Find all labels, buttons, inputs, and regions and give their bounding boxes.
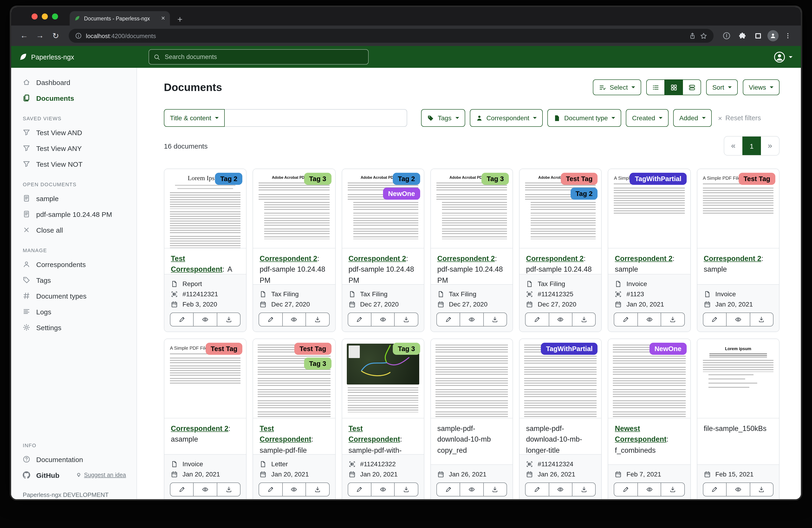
edit-button[interactable]: [170, 313, 194, 327]
correspondent-link[interactable]: Newest Correspondent: [615, 425, 666, 443]
address-bar[interactable]: localhost:4200/documents: [69, 29, 714, 43]
tag-badge[interactable]: TagWithPartial: [630, 173, 687, 185]
global-search[interactable]: [148, 49, 368, 65]
document-card[interactable]: Test Tag A Simple PDF File Correspondent…: [697, 169, 780, 332]
tag-badge[interactable]: NewOne: [383, 188, 420, 200]
view-button[interactable]: [460, 313, 484, 327]
download-button[interactable]: [750, 483, 773, 496]
filter-field-button[interactable]: Title & content: [164, 109, 225, 127]
sidebar-item-correspondents[interactable]: Correspondents: [11, 256, 136, 272]
tag-badge[interactable]: TagWithPartial: [541, 343, 598, 355]
sidebar-item-github[interactable]: GitHub Suggest an idea: [11, 467, 136, 483]
document-name-link[interactable]: pdf-sample 10.24.48 PM: [437, 266, 503, 284]
tag-badge[interactable]: Tag 2: [393, 173, 420, 185]
correspondent-link[interactable]: Correspondent 2: [704, 255, 761, 262]
back-button[interactable]: ←: [18, 29, 31, 42]
forward-button[interactable]: →: [33, 29, 46, 42]
side-panel-icon[interactable]: [752, 29, 765, 42]
document-card[interactable]: NewOne Newest Correspondent: f_combineds…: [608, 339, 691, 499]
sidebar-item-open-doc-1[interactable]: pdf-sample 10.24.48 PM: [11, 206, 136, 222]
view-button[interactable]: [549, 483, 572, 496]
edit-button[interactable]: [436, 483, 460, 496]
document-name-link[interactable]: sample-pdf-download-10-mb-longer-title: [526, 425, 582, 454]
sidebar-item-dashboard[interactable]: Dashboard: [11, 74, 136, 90]
edit-button[interactable]: [170, 483, 194, 496]
download-button[interactable]: [661, 483, 685, 496]
document-thumbnail[interactable]: Lorem ipsum: [697, 339, 779, 418]
correspondent-link[interactable]: Correspondent 2: [260, 255, 317, 262]
document-card[interactable]: Lorem ipsum file-sample_150kBs Feb 15, 2…: [697, 339, 780, 499]
sidebar-item-saved-view-0[interactable]: Test View AND: [11, 125, 136, 140]
download-button[interactable]: [661, 313, 685, 327]
tag-badge[interactable]: Tag 3: [304, 173, 332, 185]
tag-badge[interactable]: Test Tag: [561, 173, 598, 185]
correspondent-link[interactable]: Test Correspondent: [348, 425, 400, 443]
edit-button[interactable]: [703, 313, 727, 327]
download-button[interactable]: [217, 483, 241, 496]
download-button[interactable]: [750, 313, 773, 327]
edit-button[interactable]: [525, 313, 549, 327]
correspondent-link[interactable]: Correspondent 2: [171, 425, 229, 432]
sidebar-item-saved-view-2[interactable]: Test View NOT: [11, 156, 136, 172]
edit-button[interactable]: [259, 483, 283, 496]
sidebar-item-tags[interactable]: Tags: [11, 272, 136, 288]
document-card[interactable]: Tag 3 Adobe Acrobat PDF Files Correspond…: [253, 169, 336, 332]
correspondent-link[interactable]: Test Correspondent: [260, 425, 311, 443]
select-button[interactable]: Select: [593, 80, 641, 95]
document-card[interactable]: Test TagTag 2 Adobe Acrobat PDF Files Co…: [519, 169, 602, 332]
user-avatar-icon[interactable]: [773, 51, 785, 63]
download-button[interactable]: [572, 313, 596, 327]
filter-added-button[interactable]: Added: [673, 109, 711, 127]
filter-created-button[interactable]: Created: [626, 109, 669, 127]
document-name-link[interactable]: f_combineds: [615, 446, 656, 454]
document-card[interactable]: Tag 2 Lorem Ipsum Test Correspondent: A …: [164, 169, 247, 332]
view-button[interactable]: [637, 483, 661, 496]
download-button[interactable]: [483, 313, 507, 327]
minimize-window-button[interactable]: [42, 13, 48, 19]
document-name-link[interactable]: asample: [171, 436, 198, 443]
tag-badge[interactable]: Tag 3: [482, 173, 509, 185]
view-button[interactable]: [371, 313, 395, 327]
sidebar-item-logs[interactable]: Logs: [11, 304, 136, 319]
document-card[interactable]: Test TagTag 3 Test Correspondent: sample…: [253, 339, 336, 499]
document-card[interactable]: TagWithPartial A Simple PDF File Corresp…: [608, 169, 691, 332]
pagination-next-button[interactable]: »: [761, 137, 779, 155]
download-button[interactable]: [394, 483, 418, 496]
extensions-puzzle-icon[interactable]: [736, 29, 749, 42]
view-button[interactable]: [193, 483, 217, 496]
edit-button[interactable]: [525, 483, 549, 496]
edit-button[interactable]: [614, 483, 638, 496]
detail-view-button[interactable]: [682, 80, 701, 95]
edit-button[interactable]: [348, 313, 372, 327]
site-info-icon[interactable]: [75, 32, 82, 39]
pagination-prev-button[interactable]: «: [724, 137, 742, 155]
tag-badge[interactable]: Tag 2: [570, 188, 598, 200]
edit-button[interactable]: [436, 313, 460, 327]
document-name-link[interactable]: sample: [615, 266, 638, 273]
view-button[interactable]: [726, 483, 750, 496]
document-card[interactable]: Test Tag A Simple PDF File Correspondent…: [164, 339, 247, 499]
correspondent-link[interactable]: Correspondent 2: [437, 255, 495, 262]
user-menu-caret-icon[interactable]: [789, 56, 793, 58]
new-tab-button[interactable]: +: [177, 15, 183, 24]
reset-filters-button[interactable]: × Reset filters: [718, 114, 761, 122]
zoom-window-button[interactable]: [52, 13, 58, 19]
view-button[interactable]: [371, 483, 395, 496]
document-card[interactable]: Tag 3 Test Correspondent: sample-pdf-wit…: [342, 339, 424, 499]
list-view-button[interactable]: [646, 80, 665, 95]
close-tab-icon[interactable]: ✕: [161, 15, 165, 22]
tag-badge[interactable]: Test Tag: [294, 343, 331, 355]
browser-menu-kebab-icon[interactable]: [781, 29, 794, 42]
document-name-link[interactable]: file-sample_150kBs: [704, 425, 767, 432]
browser-tab[interactable]: Documents - Paperless-ngx ✕: [70, 11, 170, 26]
document-card[interactable]: TagWithPartial sample-pdf-download-10-mb…: [519, 339, 602, 499]
document-thumbnail[interactable]: [431, 339, 513, 418]
download-button[interactable]: [305, 313, 329, 327]
pagination-page-1[interactable]: 1: [742, 137, 761, 155]
sort-button[interactable]: Sort: [706, 80, 738, 95]
tag-badge[interactable]: Tag 3: [304, 358, 332, 370]
bookmark-star-icon[interactable]: [700, 32, 707, 39]
document-card[interactable]: Tag 3 Adobe Acrobat PDF Files Correspond…: [430, 169, 513, 332]
correspondent-link[interactable]: Test Correspondent: [171, 255, 222, 273]
document-card[interactable]: sample-pdf-download-10-mb copy_red Jan 2…: [430, 339, 513, 499]
